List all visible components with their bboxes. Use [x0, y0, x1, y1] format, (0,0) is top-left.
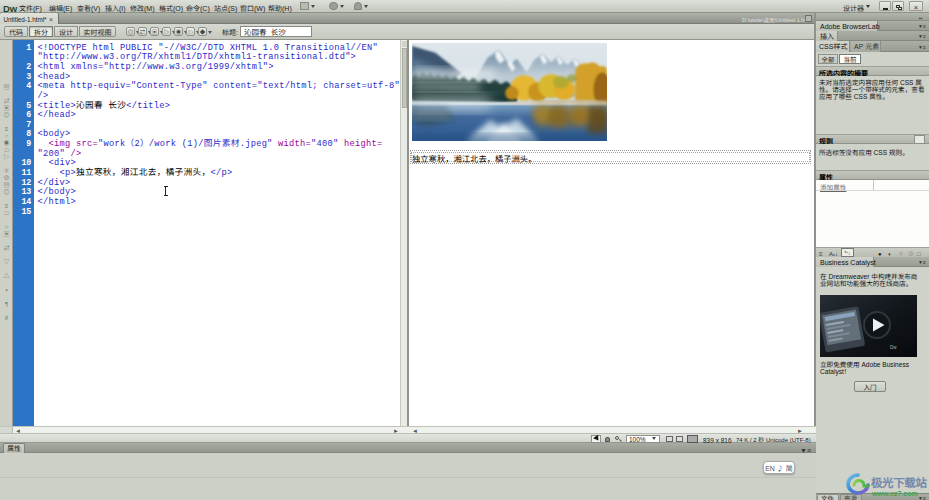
svg-text:Dw: Dw	[890, 345, 897, 350]
svg-text:www.xz7.com: www.xz7.com	[871, 490, 918, 497]
svg-text:极光下载站: 极光下载站	[871, 474, 927, 490]
